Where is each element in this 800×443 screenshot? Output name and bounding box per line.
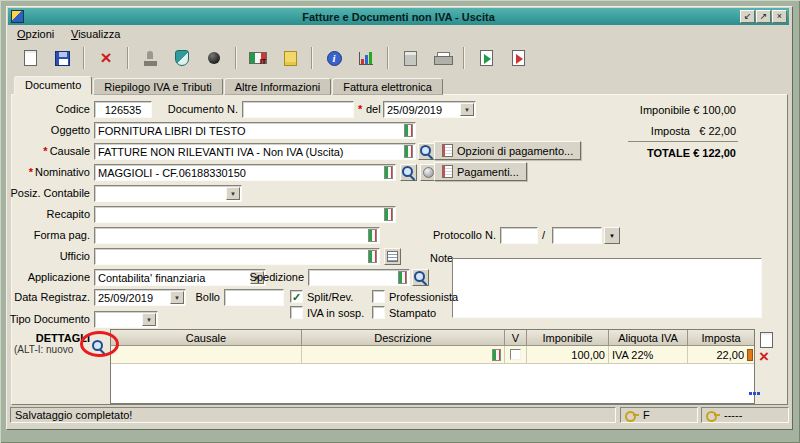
protocollo-1-input[interactable]: [501, 228, 537, 243]
del-label: del: [366, 103, 381, 115]
minimize-button[interactable]: ↙: [740, 10, 755, 23]
calculator-button[interactable]: [397, 45, 423, 71]
tipo-documento-combo[interactable]: ▼: [94, 311, 158, 328]
table-row[interactable]: 100,00 IVA 22% 22,00: [111, 346, 754, 364]
ink-icon: [208, 52, 220, 64]
professionista-checkbox[interactable]: [372, 290, 385, 303]
nominativo-search-button[interactable]: [400, 164, 417, 181]
chevron-down-icon[interactable]: ▼: [460, 103, 474, 116]
iva-in-sosp-checkbox[interactable]: [290, 306, 303, 319]
stamp-button[interactable]: [137, 45, 163, 71]
note-textarea[interactable]: [453, 259, 761, 317]
close-button[interactable]: ×: [772, 10, 787, 23]
statusbar-message-panel: Salvataggio completato!: [10, 407, 616, 423]
tab-altre-informazioni[interactable]: Altre Informazioni: [224, 78, 332, 95]
ufficio-input[interactable]: [95, 249, 379, 264]
search-icon: [402, 166, 416, 180]
info-button[interactable]: i: [321, 45, 347, 71]
spedizione-search-button[interactable]: [412, 269, 429, 286]
more-options-icon[interactable]: [749, 392, 761, 396]
imponibile-value: € 100,00: [650, 104, 736, 116]
tab-riepilogo-iva[interactable]: Riepilogo IVA e Tributi: [93, 78, 222, 95]
text-tools-icon[interactable]: [384, 166, 393, 179]
save-icon: [55, 51, 70, 66]
toolbar-separator: [83, 47, 85, 69]
copy-button[interactable]: [277, 45, 303, 71]
column-header-v[interactable]: V: [505, 330, 527, 346]
text-tools-icon[interactable]: [404, 145, 413, 158]
documento-n-label: Documento N.: [150, 103, 238, 115]
cell-imponibile: 100,00: [527, 346, 609, 364]
del-date-combo[interactable]: 25/09/2019 ▼: [383, 101, 476, 118]
split-rev-checkbox[interactable]: ✓: [290, 290, 303, 303]
notebook-icon: [442, 165, 453, 178]
protocollo-dropdown-button[interactable]: ▼: [604, 227, 620, 244]
column-header-descrizione[interactable]: Descrizione: [302, 330, 505, 346]
chevron-down-icon[interactable]: ▼: [226, 187, 240, 200]
new-document-button[interactable]: [17, 45, 43, 71]
add-row-icon[interactable]: [760, 332, 773, 348]
oggetto-input[interactable]: [95, 123, 415, 138]
export-xml-button[interactable]: [473, 45, 499, 71]
column-header-imposta[interactable]: Imposta: [688, 330, 754, 346]
window-title: Fatture e Documenti non IVA - Uscita: [302, 11, 495, 23]
chevron-down-icon[interactable]: ▼: [170, 291, 184, 304]
posiz-contabile-combo[interactable]: ▼: [94, 185, 242, 202]
menu-visualizza[interactable]: Visualizza: [66, 27, 125, 41]
italy-flag-button[interactable]: IT: [245, 45, 271, 71]
ufficio-list-button[interactable]: [384, 248, 401, 265]
applicazione-label: Applicazione: [8, 271, 90, 283]
maximize-button[interactable]: ↗: [756, 10, 771, 23]
chart-button[interactable]: [353, 45, 379, 71]
italy-flag-icon: IT: [249, 52, 267, 64]
row-checkbox[interactable]: [510, 349, 521, 360]
spedizione-label: Spedizione: [246, 271, 304, 283]
text-tools-icon[interactable]: [368, 250, 377, 263]
export-xml-icon: [480, 50, 493, 66]
tab-fattura-elettronica[interactable]: Fattura elettronica: [332, 78, 443, 95]
protocollo-2-field-wrap: [552, 227, 602, 244]
cell-causale: [111, 346, 302, 364]
column-header-imponibile[interactable]: Imponibile: [527, 330, 609, 346]
key-icon: [706, 410, 720, 420]
delete-row-icon[interactable]: ×: [759, 349, 769, 365]
documento-n-input[interactable]: [243, 102, 353, 117]
causale-input[interactable]: [95, 144, 415, 159]
causale-search-button[interactable]: [418, 143, 435, 160]
tab-documento[interactable]: Documento: [14, 76, 92, 95]
statusbar-dashes-text: -----: [724, 409, 742, 421]
posiz-contabile-label: Posiz. Contabile: [8, 187, 90, 199]
chevron-down-icon[interactable]: ▼: [142, 313, 156, 326]
menu-opzioni[interactable]: Opzioni: [12, 27, 59, 41]
text-tools-icon[interactable]: [398, 271, 407, 284]
stampato-checkbox[interactable]: [372, 306, 385, 319]
text-tools-icon[interactable]: [492, 349, 501, 361]
shield-button[interactable]: [169, 45, 195, 71]
bollo-input[interactable]: [225, 290, 283, 305]
toolbar-separator: [387, 47, 389, 69]
column-header-causale[interactable]: Causale: [111, 330, 302, 346]
applicazione-combo[interactable]: Contabilita' finanziaria ▼: [94, 269, 266, 286]
protocollo-2-input[interactable]: [553, 228, 601, 243]
text-tools-icon[interactable]: [384, 208, 393, 221]
recapito-input[interactable]: [95, 207, 395, 222]
causale-field-wrap: [94, 143, 416, 160]
export-pdf-button[interactable]: [505, 45, 531, 71]
codice-input[interactable]: [95, 102, 151, 117]
bollo-field-wrap: [224, 289, 284, 306]
nominativo-input[interactable]: [95, 165, 395, 180]
opzioni-pagamento-button[interactable]: Opzioni di pagamento...: [434, 141, 581, 160]
forma-pag-field-wrap: [94, 227, 380, 244]
delete-button[interactable]: ×: [93, 45, 119, 71]
column-header-aliquota-iva[interactable]: Aliquota IVA: [609, 330, 688, 346]
ink-button[interactable]: [201, 45, 227, 71]
spedizione-input[interactable]: [309, 270, 409, 285]
pagamenti-button[interactable]: Pagamenti...: [434, 162, 527, 181]
data-registraz-combo[interactable]: 25/09/2019 ▼: [94, 289, 186, 306]
forma-pag-input[interactable]: [95, 228, 379, 243]
professionista-label: Professionista: [389, 291, 458, 303]
text-tools-icon[interactable]: [368, 229, 377, 242]
text-tools-icon[interactable]: [404, 124, 413, 137]
print-button[interactable]: [429, 45, 455, 71]
save-button[interactable]: [49, 45, 75, 71]
